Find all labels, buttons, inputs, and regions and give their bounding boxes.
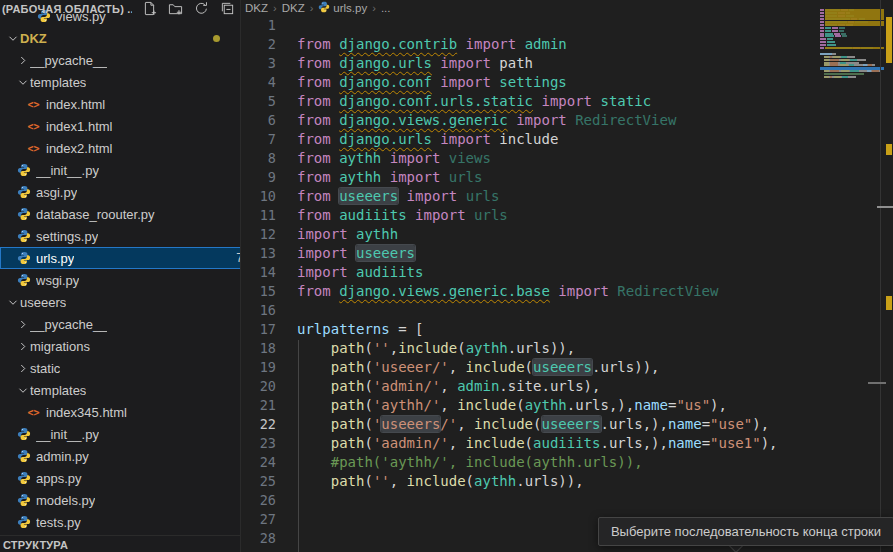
tree-item-label: __init__.py (36, 427, 99, 442)
code-line-5[interactable]: 5from django.conf.urls.static import sta… (241, 92, 893, 111)
collapse-all-icon[interactable] (219, 1, 236, 17)
line-number: 24 (241, 453, 276, 472)
refresh-icon[interactable] (193, 1, 210, 17)
tree-folder-templates[interactable]: templates (0, 71, 241, 93)
minimap-line-segment (820, 33, 824, 35)
minimap-line-segment (827, 38, 832, 40)
code-line-23[interactable]: 23 path('aadmin/', include(audiiits.urls… (241, 434, 893, 453)
tree-file-models.py[interactable]: models.py (0, 489, 241, 511)
outline-section-header[interactable]: СТРУКТУРА (0, 535, 241, 552)
code-line-14[interactable]: 14import audiiits (241, 263, 893, 282)
tree-file-index.html[interactable]: <>index.html (0, 93, 241, 115)
code-line-19[interactable]: 19 path('useeer/', include(useeers.urls)… (241, 358, 893, 377)
tree-folder-__pycache__[interactable]: __pycache__ (0, 313, 241, 335)
minimap-line-segment (847, 56, 856, 58)
overview-ruler[interactable] (884, 0, 893, 552)
code-line-1[interactable]: 1 (241, 16, 893, 35)
tree-item-label: tests.py (36, 515, 81, 530)
tree-file-tests.py[interactable]: tests.py (0, 511, 241, 533)
tree-item-label: index1.html (46, 119, 112, 134)
code-area[interactable]: 12from django.contrib import admin3from … (241, 0, 893, 552)
minimap-line-segment (820, 53, 832, 55)
line-number: 12 (241, 225, 276, 244)
minimap-line-segment (825, 33, 832, 35)
code-text: import audiiits (297, 263, 423, 282)
tree-file-urls.py[interactable]: urls.py7 (0, 247, 241, 269)
code-line-18[interactable]: 18 path('',include(aythh.urls)), (241, 339, 893, 358)
code-line-16[interactable]: 16 (241, 301, 893, 320)
tree-file-__init__.py[interactable]: __init__.py (0, 423, 241, 445)
tree-file-index2.html[interactable]: <>index2.html (0, 137, 241, 159)
code-line-12[interactable]: 12import aythh (241, 225, 893, 244)
workspace-title: (РАБОЧАЯ ОБЛАСТЬ) ... (0, 3, 132, 15)
modified-dot-icon (213, 35, 220, 42)
minimap[interactable] (820, 0, 884, 552)
tree-file-apps.py[interactable]: apps.py (0, 467, 241, 489)
code-text: from aythh import views (297, 149, 491, 168)
code-line-22[interactable]: 22 path('useeers/', include(useeers.urls… (241, 415, 893, 434)
code-line-4[interactable]: 4from django.conf import settings (241, 73, 893, 92)
breadcrumb-item-DKZ[interactable]: DKZ (245, 2, 268, 14)
code-line-26[interactable]: 26 (241, 491, 893, 510)
new-file-icon[interactable] (141, 1, 158, 17)
code-line-24[interactable]: 24 #path('aythh/', include(aythh.urls)), (241, 453, 893, 472)
breadcrumb-label: DKZ (282, 2, 305, 14)
code-line-2[interactable]: 2from django.contrib import admin (241, 35, 893, 54)
tree-file-index1.html[interactable]: <>index1.html (0, 115, 241, 137)
line-number: 13 (241, 244, 276, 263)
minimap-warning-highlight (825, 47, 884, 50)
breadcrumb-item-DKZ[interactable]: DKZ (282, 2, 305, 14)
code-text: urlpatterns = [ (297, 320, 423, 339)
python-icon (16, 229, 31, 244)
tree-item-label: settings.py (36, 229, 98, 244)
tree-folder-static[interactable]: static (0, 357, 241, 379)
tree-folder-useeers[interactable]: useeers (0, 291, 241, 313)
tree-file-asgi.py[interactable]: asgi.py (0, 181, 241, 203)
tree-folder-DKZ[interactable]: DKZ (0, 27, 241, 49)
code-line-10[interactable]: 10from useeers import urls (241, 187, 893, 206)
vscode-window: views.pyDKZ__pycache__templates<>index.h… (0, 0, 893, 552)
tree-folder-__pycache__[interactable]: __pycache__ (0, 49, 241, 71)
minimap-line-segment (820, 12, 824, 14)
line-number: 4 (241, 73, 276, 92)
code-line-20[interactable]: 20 path('admin/', admin.site.urls), (241, 377, 893, 396)
tree-file-wsgi.py[interactable]: wsgi.py (0, 269, 241, 291)
line-number: 26 (241, 491, 276, 510)
tree-file-admin.py[interactable]: admin.py (0, 445, 241, 467)
code-line-8[interactable]: 8from aythh import views (241, 149, 893, 168)
python-icon (16, 273, 31, 288)
indent-guide (298, 340, 299, 552)
minimap-line-segment (857, 59, 866, 61)
code-line-15[interactable]: 15from django.views.generic.base import … (241, 282, 893, 301)
code-line-7[interactable]: 7from django.urls import include (241, 130, 893, 149)
overview-ruler-border (880, 0, 881, 552)
code-line-6[interactable]: 6from django.views.generic import Redire… (241, 111, 893, 130)
tree-file-__init__.py[interactable]: __init__.py (0, 159, 241, 181)
code-line-21[interactable]: 21 path('aythh/', include(aythh.urls,),n… (241, 396, 893, 415)
breadcrumb-item-urlspy[interactable]: urls.py (318, 1, 367, 15)
code-line-3[interactable]: 3from django.urls import path (241, 54, 893, 73)
tree-file-database_roouter.py[interactable]: database_roouter.py (0, 203, 241, 225)
minimap-line-segment (827, 41, 834, 43)
breadcrumb-item-[interactable]: ... (381, 2, 391, 14)
line-number: 18 (241, 339, 276, 358)
tree-folder-migrations[interactable]: migrations (0, 335, 241, 357)
line-number: 17 (241, 320, 276, 339)
code-line-13[interactable]: 13import useeers (241, 244, 893, 263)
code-line-11[interactable]: 11from audiiits import urls (241, 206, 893, 225)
breadcrumb-separator: › (310, 2, 314, 14)
code-text: from django.conf.urls.static import stat… (297, 92, 651, 111)
line-number: 22 (241, 415, 276, 434)
code-line-9[interactable]: 9from aythh import urls (241, 168, 893, 187)
code-line-25[interactable]: 25 path('', include(aythh.urls)), (241, 472, 893, 491)
tree-item-label: __init__.py (36, 163, 99, 178)
tree-file-index345.html[interactable]: <>index345.html (0, 401, 241, 423)
line-number: 9 (241, 168, 276, 187)
code-text: from audiiits import urls (297, 206, 508, 225)
python-icon (16, 163, 31, 178)
new-folder-icon[interactable] (167, 1, 184, 17)
code-line-17[interactable]: 17urlpatterns = [ (241, 320, 893, 339)
tree-file-settings.py[interactable]: settings.py (0, 225, 241, 247)
tree-folder-templates[interactable]: templates (0, 379, 241, 401)
tree-item-label: __pycache__ (30, 53, 107, 68)
